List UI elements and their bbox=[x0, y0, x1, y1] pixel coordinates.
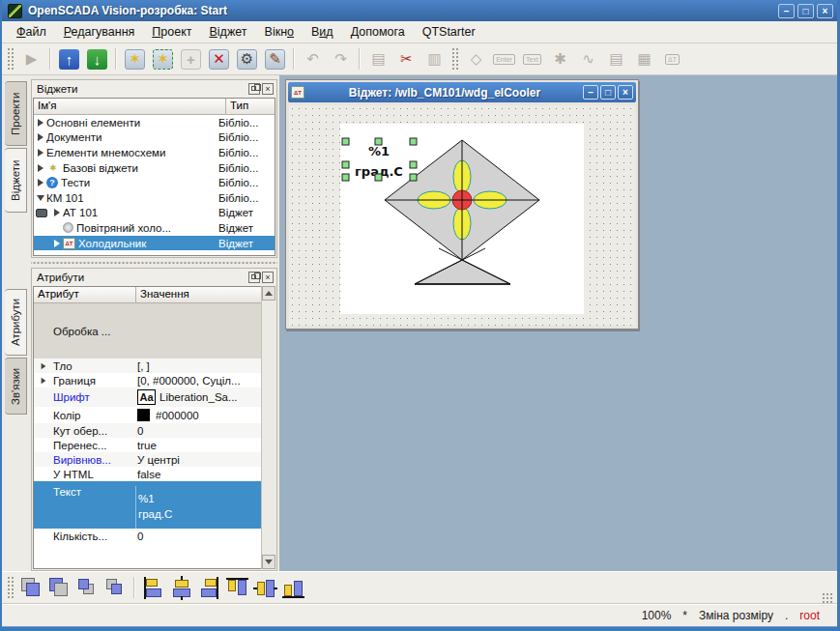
toolbar-grip[interactable] bbox=[7, 47, 14, 71]
load-from-db-button[interactable]: ↑ bbox=[56, 46, 82, 72]
maximize-button[interactable]: □ bbox=[797, 4, 814, 18]
attr-row-text[interactable]: Текст %1 град.С bbox=[34, 481, 275, 529]
mdi-maximize-button[interactable]: □ bbox=[600, 85, 616, 100]
tree-row-tests[interactable]: ? Тести Бібліо... bbox=[34, 175, 275, 190]
add-widget-button[interactable]: + bbox=[178, 46, 204, 72]
panel-close-button[interactable]: × bbox=[262, 83, 274, 95]
tree-row-documents[interactable]: Документи Бібліо... bbox=[34, 130, 275, 146]
collapse-icon[interactable] bbox=[34, 195, 46, 201]
tree-row-km101[interactable]: КМ 101 Бібліо... bbox=[34, 190, 275, 206]
tree-row-base-elements[interactable]: Основні елементи Бібліо... bbox=[34, 115, 275, 130]
expand-icon[interactable] bbox=[34, 164, 46, 172]
attr-row-count[interactable]: Кількість... 0 bbox=[34, 529, 275, 543]
align-top-button[interactable] bbox=[224, 575, 250, 601]
save-to-db-button[interactable]: ↓ bbox=[84, 46, 110, 72]
mdi-titlebar[interactable]: ΔT Віджет: /wlb_CM101/wdg_elCooler – □ × bbox=[288, 82, 636, 102]
redo-button[interactable]: ↷ bbox=[328, 46, 354, 72]
attr-row-border[interactable]: Границя [0, #000000, Суціл... bbox=[34, 373, 275, 387]
scroll-up-icon[interactable] bbox=[262, 286, 275, 301]
toolbar-grip[interactable] bbox=[7, 576, 14, 599]
run-widget-button[interactable]: ▶ bbox=[18, 46, 44, 72]
expand-icon[interactable] bbox=[50, 209, 63, 216]
align-left-button[interactable] bbox=[140, 575, 166, 601]
panel-close-button[interactable]: × bbox=[262, 272, 274, 283]
media-element-button[interactable]: ✱ bbox=[547, 46, 573, 72]
menu-view[interactable]: Вид bbox=[303, 23, 342, 41]
user-label[interactable]: root bbox=[799, 609, 820, 622]
copy-button[interactable]: ▤ bbox=[365, 46, 391, 72]
attr-row-background[interactable]: Тло [, ] bbox=[34, 359, 275, 373]
column-value[interactable]: Значення bbox=[135, 287, 275, 302]
new-container-widget-button[interactable]: ✶ bbox=[150, 46, 176, 72]
attr-row-wordwrap[interactable]: Перенес... true bbox=[34, 438, 275, 452]
selection-handles[interactable] bbox=[342, 138, 417, 181]
cooler-stand[interactable] bbox=[415, 260, 510, 284]
align-vertical-center-button[interactable] bbox=[252, 575, 278, 601]
attr-row-html[interactable]: У HTML false bbox=[34, 467, 275, 481]
panel-float-button[interactable] bbox=[248, 272, 260, 283]
expand-icon[interactable] bbox=[34, 362, 53, 370]
column-type[interactable]: Тип bbox=[225, 99, 275, 114]
align-bottom-button[interactable] bbox=[280, 575, 306, 601]
up-widget-button[interactable] bbox=[74, 575, 101, 601]
tab-links[interactable]: Зв'язки bbox=[5, 358, 27, 415]
new-widget-button[interactable]: ✶ bbox=[122, 46, 148, 72]
cooler-drawing[interactable]: %1 град.С bbox=[340, 124, 584, 314]
tree-row-mnemo-elements[interactable]: Елементи мнемосхеми Бібліо... bbox=[34, 145, 275, 160]
document-element-button[interactable]: ▦ bbox=[631, 46, 657, 72]
expand-icon[interactable] bbox=[50, 240, 63, 247]
protocol-element-button[interactable]: ▤ bbox=[603, 46, 629, 72]
paste-button[interactable]: ▥ bbox=[421, 46, 448, 72]
diagram-element-button[interactable]: ∿ bbox=[575, 46, 601, 72]
align-horizontal-center-button[interactable] bbox=[168, 575, 194, 601]
menu-help[interactable]: Допомога bbox=[342, 23, 414, 41]
delete-widget-button[interactable]: ✕ bbox=[206, 46, 232, 72]
expand-icon[interactable] bbox=[34, 133, 46, 141]
column-name[interactable]: Ім'я bbox=[34, 99, 225, 114]
toolbar-grip[interactable] bbox=[451, 47, 459, 71]
menu-window[interactable]: Вікно bbox=[256, 23, 303, 41]
menu-file[interactable]: Файл bbox=[8, 23, 55, 41]
widget-canvas[interactable]: %1 град.С bbox=[340, 124, 584, 314]
attr-row-font[interactable]: Шрифт AaLiberation_Sa... bbox=[34, 387, 275, 407]
tree-row-air-cooler[interactable]: Повітряний холо... Віджет bbox=[34, 220, 275, 236]
menu-edit[interactable]: Редагування bbox=[55, 23, 144, 41]
align-right-button[interactable] bbox=[196, 575, 222, 601]
lower-widget-button[interactable] bbox=[46, 575, 72, 601]
attributes-scrollbar[interactable] bbox=[261, 286, 275, 569]
attr-row-rotation[interactable]: Кут обер... 0 bbox=[34, 423, 275, 438]
mdi-close-button[interactable]: × bbox=[618, 85, 633, 100]
expand-icon[interactable] bbox=[34, 119, 46, 127]
attr-row-alignment[interactable]: Вирівнюв... У центрі bbox=[34, 452, 275, 467]
panel-float-button[interactable] bbox=[248, 83, 260, 95]
widget-properties-button[interactable]: ⚙ bbox=[234, 46, 260, 72]
elementary-figure-button[interactable]: ◇ bbox=[463, 46, 489, 72]
down-widget-button[interactable] bbox=[102, 575, 129, 601]
tab-widgets[interactable]: Віджети bbox=[5, 148, 27, 213]
menu-project[interactable]: Проект bbox=[143, 23, 200, 41]
tree-row-base-widgets[interactable]: ✶ Базові віджети Бібліо... bbox=[34, 160, 275, 176]
expand-icon[interactable] bbox=[34, 149, 46, 157]
mdi-minimize-button[interactable]: – bbox=[583, 85, 598, 100]
scroll-down-icon[interactable] bbox=[262, 555, 275, 569]
close-button[interactable]: × bbox=[817, 4, 833, 18]
widget-edit-area[interactable]: %1 град.С bbox=[289, 105, 635, 326]
undo-button[interactable]: ↶ bbox=[300, 46, 326, 72]
tab-attributes[interactable]: Атрибути bbox=[5, 289, 27, 356]
tree-row-cooler[interactable]: ΔT Холодильник Віджет bbox=[34, 236, 275, 251]
text-element-button[interactable]: Text bbox=[519, 46, 545, 72]
color-swatch[interactable] bbox=[137, 409, 150, 421]
attr-group-processing[interactable]: Обробка ... bbox=[34, 303, 275, 359]
dock-splitter[interactable] bbox=[31, 258, 277, 267]
menu-qtstarter[interactable]: QTStarter bbox=[414, 23, 484, 41]
tree-row-at101[interactable]: АТ 101 Віджет bbox=[34, 206, 275, 221]
tab-projects[interactable]: Проекти bbox=[5, 81, 27, 146]
column-attribute[interactable]: Атрибут bbox=[34, 287, 135, 302]
font-preview-button[interactable]: Aa bbox=[137, 389, 156, 405]
rise-widget-button[interactable] bbox=[18, 575, 44, 601]
form-elements-button[interactable]: Enter bbox=[491, 46, 517, 72]
resize-grip[interactable] bbox=[822, 592, 833, 604]
cut-button[interactable]: ✂ bbox=[393, 46, 420, 72]
values-element-button[interactable]: ΔT bbox=[659, 46, 685, 72]
edit-widget-button[interactable]: ✎ bbox=[262, 46, 288, 72]
